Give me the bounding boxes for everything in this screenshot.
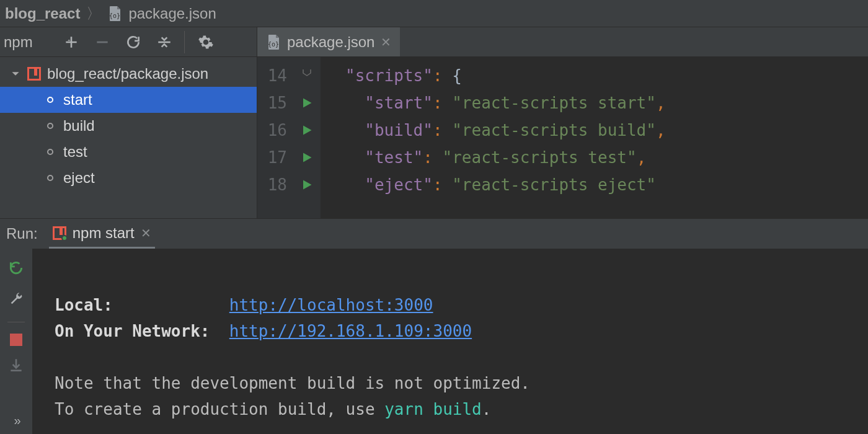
wrench-icon[interactable]	[8, 291, 24, 311]
code-line[interactable]: "eject": "react-scripts eject"	[345, 171, 868, 198]
bullet-icon	[47, 97, 53, 103]
local-url-link[interactable]: http://localhost:3000	[229, 296, 433, 314]
editor-tab-package-json[interactable]: {o} package.json ✕	[257, 27, 400, 56]
add-icon[interactable]	[60, 31, 82, 53]
npm-script-label: test	[63, 143, 87, 161]
rerun-icon[interactable]	[8, 260, 24, 280]
npm-panel-header: npm	[0, 27, 257, 57]
run-header-label: Run:	[6, 225, 38, 242]
npm-script-eject[interactable]: eject	[0, 165, 257, 191]
gutter-run-icon[interactable]	[293, 117, 321, 144]
breadcrumb-file[interactable]: package.json	[128, 5, 216, 22]
bullet-icon	[47, 149, 53, 155]
npm-tree-root-label: blog_react/package.json	[47, 65, 208, 82]
editor-tab-label: package.json	[287, 33, 374, 51]
breadcrumb-project[interactable]: blog_react	[5, 5, 80, 22]
download-icon[interactable]	[8, 357, 24, 377]
npm-tool-panel: npm blog_react/package	[0, 27, 257, 218]
close-run-tab-icon[interactable]: ✕	[141, 226, 151, 241]
json-file-icon: {o}	[266, 34, 281, 50]
editor-tabs: {o} package.json ✕	[257, 27, 868, 57]
run-header: Run: npm start ✕	[0, 219, 868, 249]
gutter-run-icon[interactable]	[293, 171, 321, 198]
collapse-all-icon[interactable]	[153, 31, 175, 53]
npm-scripts-tree: blog_react/package.json start build test…	[0, 57, 257, 218]
svg-text:{o}: {o}	[109, 12, 120, 19]
run-tab-label: npm start	[73, 224, 135, 242]
npm-running-icon	[53, 226, 66, 240]
breadcrumb: blog_react 〉 {o} package.json	[0, 0, 868, 27]
code-line[interactable]: "scripts": {	[345, 62, 868, 89]
line-number: 15	[257, 89, 287, 117]
run-sidebar: »	[0, 249, 32, 434]
line-number: 14	[257, 62, 287, 89]
code-line[interactable]: "test": "react-scripts test",	[345, 144, 868, 171]
remove-icon[interactable]	[91, 31, 113, 53]
npm-script-build[interactable]: build	[0, 113, 257, 139]
line-number: 17	[257, 144, 287, 171]
fold-handle-icon[interactable]	[301, 61, 312, 88]
separator	[7, 322, 25, 322]
run-tab-npm-start[interactable]: npm start ✕	[49, 219, 155, 249]
npm-script-label: build	[63, 117, 95, 135]
bullet-icon	[47, 175, 53, 181]
svg-text:{o}: {o}	[268, 41, 279, 48]
stop-icon[interactable]	[10, 334, 22, 346]
run-console[interactable]: Local: http://localhost:3000 On Your Net…	[32, 249, 868, 434]
bullet-icon	[47, 123, 53, 129]
line-number-gutter: 1415161718	[257, 57, 293, 218]
network-url-link[interactable]: http://192.168.1.109:3000	[229, 322, 472, 340]
run-tool-window: Run: npm start ✕ » Local: http://localho…	[0, 218, 868, 434]
gutter-run-icon[interactable]	[293, 144, 321, 171]
code-line[interactable]: "start": "react-scripts start",	[345, 89, 868, 117]
refresh-icon[interactable]	[122, 31, 144, 53]
json-file-icon: {o}	[107, 6, 122, 22]
settings-icon[interactable]	[184, 31, 214, 53]
npm-tree-root[interactable]: blog_react/package.json	[0, 61, 257, 87]
npm-script-start[interactable]: start	[0, 87, 257, 113]
npm-icon	[27, 67, 41, 81]
npm-script-test[interactable]: test	[0, 139, 257, 165]
close-tab-icon[interactable]: ✕	[381, 35, 391, 50]
breadcrumb-chevron-icon: 〉	[86, 4, 101, 24]
code-area[interactable]: 1415161718 "scripts": { "start": "react-…	[257, 57, 868, 218]
run-gutter	[293, 57, 321, 218]
more-icon[interactable]: »	[14, 414, 18, 428]
tree-collapse-chevron-icon[interactable]	[11, 69, 21, 78]
code-lines[interactable]: "scripts": { "start": "react-scripts sta…	[321, 57, 868, 218]
npm-panel-title: npm	[4, 33, 33, 51]
editor: {o} package.json ✕ 1415161718 "scripts":…	[257, 27, 868, 218]
gutter-run-icon[interactable]	[293, 89, 321, 117]
npm-script-label: start	[63, 91, 92, 108]
code-line[interactable]: "build": "react-scripts build",	[345, 117, 868, 144]
line-number: 16	[257, 117, 287, 144]
line-number: 18	[257, 171, 287, 198]
npm-script-label: eject	[63, 169, 95, 187]
